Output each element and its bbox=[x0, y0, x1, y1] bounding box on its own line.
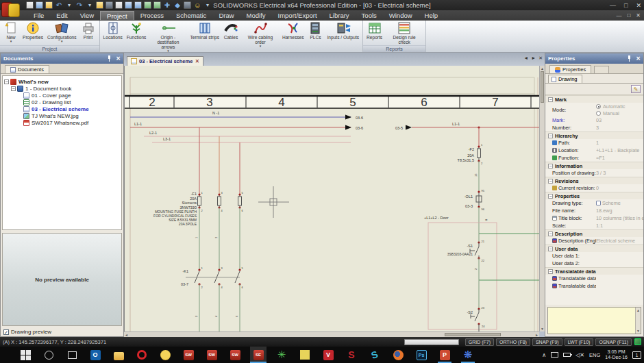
task-view-icon[interactable] bbox=[66, 349, 77, 360]
documents-close-icon[interactable]: ✕ bbox=[116, 55, 121, 62]
wire-cabling-order-button[interactable]: Wire cabling order▾ bbox=[240, 21, 280, 48]
taskbar-icon-powerpoint[interactable]: P bbox=[439, 349, 450, 360]
taskbar-icon-file-explorer[interactable] bbox=[113, 349, 124, 360]
osnap-settings-icon[interactable] bbox=[634, 338, 641, 345]
zoom-in-icon[interactable] bbox=[144, 1, 151, 9]
row-position[interactable]: Position of drawing:3 / 3 bbox=[545, 169, 643, 177]
ortho-toggle-button[interactable]: ORTHO (F8) bbox=[496, 338, 530, 346]
menu-modify[interactable]: Modify bbox=[240, 11, 272, 20]
tray-volume-muted-icon[interactable]: ◁✕ bbox=[575, 352, 584, 358]
child-restore-button[interactable]: □ bbox=[627, 12, 630, 18]
section-information[interactable]: −Information bbox=[545, 162, 643, 169]
properties-close-icon[interactable]: ✕ bbox=[636, 55, 641, 62]
start-button[interactable] bbox=[20, 349, 31, 360]
cut-icon[interactable] bbox=[96, 1, 103, 9]
maximize-button[interactable]: □ bbox=[624, 2, 628, 9]
tree-item-drawing-list[interactable]: 02 - Drawing list bbox=[4, 99, 120, 105]
new-document-icon[interactable] bbox=[26, 1, 34, 9]
canvas-vertical-scrollbar[interactable]: ▲ ▼ bbox=[539, 66, 545, 331]
taskbar-icon-solidworks-3[interactable]: SW bbox=[230, 349, 240, 360]
pin-icon[interactable] bbox=[627, 55, 632, 62]
taskbar-icon-solidworks-electrical[interactable]: SE bbox=[253, 349, 264, 360]
taskbar-icon-comodo[interactable] bbox=[160, 349, 171, 360]
redo-icon[interactable]: ↷ bbox=[75, 1, 84, 10]
radio-manual[interactable]: Manual bbox=[596, 110, 643, 116]
plcs-button[interactable]: PLCs bbox=[306, 21, 325, 40]
undo-dropdown-icon[interactable]: ▾ bbox=[65, 1, 73, 10]
whats-new-icon[interactable]: ☺ bbox=[193, 1, 201, 10]
paste-icon[interactable] bbox=[115, 1, 123, 9]
taskbar-icon-corel[interactable]: ✳ bbox=[276, 349, 287, 360]
zoom-out-icon[interactable] bbox=[153, 1, 161, 9]
inputs-outputs-button[interactable]: Inputs / Outputs bbox=[325, 21, 361, 40]
edit-properties-button[interactable]: ✎ bbox=[631, 85, 641, 93]
taskbar-icon-skype[interactable]: S bbox=[369, 349, 380, 360]
drawing-canvas[interactable]: 2 3 4 5 6 7 N -1 03-6 L1-1 03-6 L2-1 L3-… bbox=[124, 66, 539, 331]
row-number[interactable]: Number:3 bbox=[545, 124, 643, 132]
menu-process[interactable]: Process bbox=[134, 11, 170, 20]
tray-language[interactable]: ENG bbox=[589, 352, 600, 358]
section-properties[interactable]: −Properties bbox=[545, 192, 643, 199]
tray-clock[interactable]: 3:05 PM 14-Dec-16 bbox=[605, 349, 628, 360]
harnesses-button[interactable]: Harnesses bbox=[280, 21, 306, 40]
menu-draw[interactable]: Draw bbox=[212, 11, 240, 20]
properties-button[interactable]: Properties bbox=[21, 21, 45, 40]
row-scale[interactable]: Scale:1:1 bbox=[545, 222, 643, 229]
taskbar-icon-sticky-notes[interactable] bbox=[299, 349, 310, 360]
new-button[interactable]: New▾ bbox=[1, 21, 21, 43]
tab-documents[interactable]: Documents bbox=[5, 65, 49, 73]
menu-import-export[interactable]: Import/Export bbox=[272, 11, 323, 20]
osnap-toggle-button[interactable]: OSNAP (F11) bbox=[595, 338, 632, 346]
tab-close-icon[interactable]: ✕ bbox=[195, 58, 199, 64]
close-all-icon[interactable] bbox=[134, 1, 142, 9]
status-input-field[interactable] bbox=[404, 339, 459, 345]
close-button[interactable]: ✕ bbox=[636, 2, 641, 9]
taskbar-icon-asterisk[interactable]: ❋ bbox=[462, 349, 473, 360]
action-center-icon[interactable]: 1 bbox=[632, 351, 641, 359]
zoom-fit-icon[interactable]: ◆ bbox=[173, 1, 182, 10]
tab-electrical-scheme[interactable]: 03 - Electrical scheme ✕ bbox=[127, 56, 203, 66]
drawing-preview-checkbox[interactable]: ✓ bbox=[3, 329, 9, 335]
cortana-search-icon[interactable] bbox=[43, 349, 54, 360]
tree-item-electrical-scheme[interactable]: 03 - Electrical scheme bbox=[4, 105, 120, 112]
child-minimize-button[interactable]: — bbox=[616, 12, 621, 18]
save-all-icon[interactable] bbox=[45, 1, 53, 9]
menu-window[interactable]: Window bbox=[383, 11, 419, 20]
grid-toggle-button[interactable]: GRID (F7) bbox=[465, 338, 494, 346]
taskbar-icon-scarlet[interactable]: S bbox=[346, 349, 357, 360]
taskbar-icon-solidworks-2[interactable]: SW bbox=[206, 349, 217, 360]
copy-icon[interactable] bbox=[106, 1, 113, 9]
collapse-icon[interactable]: − bbox=[11, 86, 16, 91]
tree-item-cover-page[interactable]: 01 - Cover page bbox=[4, 92, 120, 99]
row-description[interactable]: Description (EngliElectrical scheme bbox=[545, 237, 643, 245]
child-close-button[interactable]: ✕ bbox=[636, 12, 641, 18]
menu-file[interactable]: File bbox=[27, 11, 50, 20]
print-button[interactable]: Print bbox=[79, 21, 98, 40]
taskbar-icon-photoshop[interactable]: Ps bbox=[416, 349, 427, 360]
tab-list-close-icon[interactable]: ✕ bbox=[538, 55, 543, 61]
section-translatable-data[interactable]: −Translatable data bbox=[545, 267, 643, 275]
row-drawing-type[interactable]: Drawing type:Scheme bbox=[545, 199, 643, 207]
component-k1[interactable]: 135 246 -K1 03-7 bbox=[181, 266, 244, 289]
tree-item-whatsnew-pdf[interactable]: SW2017 Whatsnew.pdf bbox=[4, 119, 120, 126]
menu-schematic[interactable]: Schematic bbox=[170, 11, 212, 20]
taskbar-icon-firefox[interactable] bbox=[393, 349, 404, 360]
find-icon[interactable] bbox=[184, 1, 191, 9]
row-current-revision[interactable]: Current revision:0 bbox=[545, 184, 643, 192]
tree-item-document-book[interactable]: − 1 - Document book bbox=[4, 85, 120, 92]
tab-properties[interactable]: Properties bbox=[549, 65, 591, 73]
memo-scrollbar[interactable]: ▲▼ bbox=[635, 308, 641, 334]
row-translatable-2[interactable]: Translatable data bbox=[545, 282, 643, 290]
close-drawing-icon[interactable] bbox=[125, 1, 132, 9]
menu-view[interactable]: View bbox=[74, 11, 100, 20]
pin-icon[interactable] bbox=[107, 55, 112, 62]
tree-item-whats-new-jpg[interactable]: TJ What's NEW.jpg bbox=[4, 112, 120, 119]
section-hierarchy[interactable]: −Hierarchy bbox=[545, 132, 643, 139]
design-rule-check-button[interactable]: Design rule check bbox=[384, 21, 424, 45]
row-mark[interactable]: Mark:03 bbox=[545, 116, 643, 124]
component-s2[interactable]: 23 24 -S2 bbox=[467, 306, 485, 328]
row-translatable-1[interactable]: Translatable data bbox=[545, 275, 643, 282]
canvas-horizontal-scrollbar[interactable]: ◄ ► bbox=[124, 331, 539, 337]
component-ol1[interactable]: 95 96 -OL1 03-3 bbox=[465, 189, 485, 211]
tab-stub[interactable] bbox=[594, 66, 609, 73]
